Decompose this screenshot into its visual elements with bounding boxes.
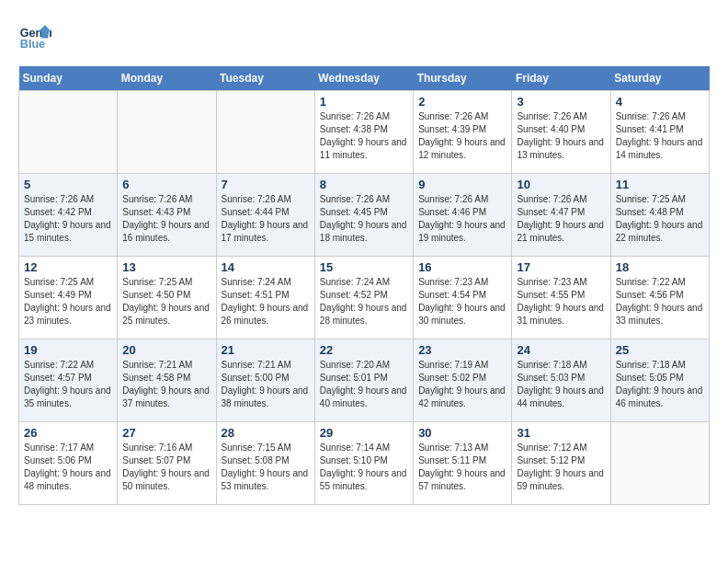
calendar-cell: 2Sunrise: 7:26 AM Sunset: 4:39 PM Daylig… (414, 91, 512, 174)
day-info: Sunrise: 7:25 AM Sunset: 4:48 PM Dayligh… (616, 193, 704, 245)
day-info: Sunrise: 7:25 AM Sunset: 4:50 PM Dayligh… (122, 276, 210, 327)
day-info: Sunrise: 7:26 AM Sunset: 4:46 PM Dayligh… (418, 193, 506, 245)
day-number: 21 (222, 343, 310, 357)
day-number: 29 (320, 426, 408, 440)
day-number: 31 (517, 426, 605, 440)
day-info: Sunrise: 7:26 AM Sunset: 4:39 PM Dayligh… (418, 110, 506, 162)
calendar-cell: 16Sunrise: 7:23 AM Sunset: 4:54 PM Dayli… (414, 257, 512, 339)
page-header: General Blue (18, 18, 710, 52)
day-number: 28 (222, 426, 310, 440)
calendar-week-2: 5Sunrise: 7:26 AM Sunset: 4:42 PM Daylig… (19, 174, 710, 257)
calendar-cell: 3Sunrise: 7:26 AM Sunset: 4:40 PM Daylig… (512, 91, 610, 174)
day-number: 30 (418, 426, 506, 440)
weekday-header-wednesday: Wednesday (314, 66, 413, 91)
day-info: Sunrise: 7:26 AM Sunset: 4:38 PM Dayligh… (320, 110, 408, 162)
day-info: Sunrise: 7:26 AM Sunset: 4:41 PM Dayligh… (616, 110, 704, 162)
day-number: 17 (517, 260, 605, 274)
calendar-cell: 24Sunrise: 7:18 AM Sunset: 5:03 PM Dayli… (512, 339, 610, 422)
day-info: Sunrise: 7:14 AM Sunset: 5:10 PM Dayligh… (320, 442, 408, 493)
day-number: 5 (24, 178, 112, 191)
calendar-cell: 8Sunrise: 7:26 AM Sunset: 4:45 PM Daylig… (314, 174, 413, 257)
day-info: Sunrise: 7:26 AM Sunset: 4:40 PM Dayligh… (517, 110, 605, 162)
day-info: Sunrise: 7:23 AM Sunset: 4:55 PM Dayligh… (517, 276, 605, 327)
day-info: Sunrise: 7:18 AM Sunset: 5:03 PM Dayligh… (517, 359, 605, 410)
day-number: 27 (122, 426, 210, 440)
day-number: 18 (616, 260, 704, 274)
day-info: Sunrise: 7:15 AM Sunset: 5:08 PM Dayligh… (222, 442, 310, 493)
day-number: 6 (122, 178, 210, 191)
day-number: 15 (320, 260, 408, 274)
calendar-week-1: 1Sunrise: 7:26 AM Sunset: 4:38 PM Daylig… (19, 91, 710, 174)
day-number: 26 (24, 426, 112, 440)
calendar-cell: 19Sunrise: 7:22 AM Sunset: 4:57 PM Dayli… (19, 339, 118, 422)
calendar-week-3: 12Sunrise: 7:25 AM Sunset: 4:49 PM Dayli… (19, 257, 710, 339)
calendar-cell: 7Sunrise: 7:26 AM Sunset: 4:44 PM Daylig… (216, 174, 314, 257)
day-number: 12 (24, 260, 112, 274)
calendar-cell: 31Sunrise: 7:12 AM Sunset: 5:12 PM Dayli… (512, 422, 610, 505)
logo: General Blue (18, 18, 55, 52)
day-number: 10 (517, 178, 605, 191)
day-number: 3 (517, 95, 605, 109)
calendar-cell (118, 91, 216, 174)
calendar-cell: 10Sunrise: 7:26 AM Sunset: 4:47 PM Dayli… (512, 174, 610, 257)
day-info: Sunrise: 7:26 AM Sunset: 4:45 PM Dayligh… (320, 193, 408, 245)
day-number: 16 (418, 260, 506, 274)
day-info: Sunrise: 7:22 AM Sunset: 4:56 PM Dayligh… (616, 276, 704, 327)
calendar-cell: 20Sunrise: 7:21 AM Sunset: 4:58 PM Dayli… (118, 339, 216, 422)
calendar-cell: 6Sunrise: 7:26 AM Sunset: 4:43 PM Daylig… (118, 174, 216, 257)
day-info: Sunrise: 7:26 AM Sunset: 4:43 PM Dayligh… (122, 193, 210, 245)
day-number: 11 (616, 178, 704, 191)
day-info: Sunrise: 7:23 AM Sunset: 4:54 PM Dayligh… (418, 276, 506, 327)
logo-icon: General Blue (18, 18, 51, 52)
calendar-cell (216, 91, 314, 174)
calendar-cell: 28Sunrise: 7:15 AM Sunset: 5:08 PM Dayli… (216, 422, 314, 505)
calendar-header: SundayMondayTuesdayWednesdayThursdayFrid… (19, 66, 710, 91)
day-number: 25 (616, 343, 704, 357)
weekday-header-thursday: Thursday (414, 66, 512, 91)
calendar-cell: 15Sunrise: 7:24 AM Sunset: 4:52 PM Dayli… (314, 257, 413, 339)
day-number: 7 (222, 178, 310, 191)
day-info: Sunrise: 7:24 AM Sunset: 4:52 PM Dayligh… (320, 276, 408, 327)
calendar-cell: 12Sunrise: 7:25 AM Sunset: 4:49 PM Dayli… (19, 257, 118, 339)
calendar-cell (610, 422, 709, 505)
day-info: Sunrise: 7:25 AM Sunset: 4:49 PM Dayligh… (24, 276, 112, 327)
day-number: 24 (517, 343, 605, 357)
calendar-table: SundayMondayTuesdayWednesdayThursdayFrid… (18, 66, 710, 505)
day-info: Sunrise: 7:12 AM Sunset: 5:12 PM Dayligh… (517, 442, 605, 493)
day-number: 9 (418, 178, 506, 191)
day-info: Sunrise: 7:20 AM Sunset: 5:01 PM Dayligh… (320, 359, 408, 410)
calendar-cell: 13Sunrise: 7:25 AM Sunset: 4:50 PM Dayli… (118, 257, 216, 339)
calendar-cell: 22Sunrise: 7:20 AM Sunset: 5:01 PM Dayli… (314, 339, 413, 422)
calendar-cell: 1Sunrise: 7:26 AM Sunset: 4:38 PM Daylig… (314, 91, 413, 174)
calendar-week-5: 26Sunrise: 7:17 AM Sunset: 5:06 PM Dayli… (19, 422, 710, 505)
calendar-cell: 30Sunrise: 7:13 AM Sunset: 5:11 PM Dayli… (414, 422, 512, 505)
day-number: 13 (122, 260, 210, 274)
day-info: Sunrise: 7:21 AM Sunset: 5:00 PM Dayligh… (222, 359, 310, 410)
calendar-cell: 18Sunrise: 7:22 AM Sunset: 4:56 PM Dayli… (610, 257, 709, 339)
day-info: Sunrise: 7:17 AM Sunset: 5:06 PM Dayligh… (24, 442, 112, 493)
weekday-header-sunday: Sunday (19, 66, 118, 91)
day-info: Sunrise: 7:13 AM Sunset: 5:11 PM Dayligh… (418, 442, 506, 493)
weekday-header-saturday: Saturday (610, 66, 709, 91)
day-number: 2 (418, 95, 506, 109)
day-number: 4 (616, 95, 704, 109)
day-number: 23 (418, 343, 506, 357)
calendar-week-4: 19Sunrise: 7:22 AM Sunset: 4:57 PM Dayli… (19, 339, 710, 422)
day-number: 22 (320, 343, 408, 357)
day-info: Sunrise: 7:18 AM Sunset: 5:05 PM Dayligh… (616, 359, 704, 410)
day-info: Sunrise: 7:19 AM Sunset: 5:02 PM Dayligh… (418, 359, 506, 410)
calendar-cell: 26Sunrise: 7:17 AM Sunset: 5:06 PM Dayli… (19, 422, 118, 505)
weekday-header-friday: Friday (512, 66, 610, 91)
calendar-cell: 17Sunrise: 7:23 AM Sunset: 4:55 PM Dayli… (512, 257, 610, 339)
day-info: Sunrise: 7:26 AM Sunset: 4:44 PM Dayligh… (222, 193, 310, 245)
calendar-cell (19, 91, 118, 174)
calendar-cell: 21Sunrise: 7:21 AM Sunset: 5:00 PM Dayli… (216, 339, 314, 422)
calendar-cell: 27Sunrise: 7:16 AM Sunset: 5:07 PM Dayli… (118, 422, 216, 505)
weekday-header-tuesday: Tuesday (216, 66, 314, 91)
day-info: Sunrise: 7:26 AM Sunset: 4:47 PM Dayligh… (517, 193, 605, 245)
day-info: Sunrise: 7:22 AM Sunset: 4:57 PM Dayligh… (24, 359, 112, 410)
day-number: 1 (320, 95, 408, 109)
day-info: Sunrise: 7:21 AM Sunset: 4:58 PM Dayligh… (122, 359, 210, 410)
calendar-cell: 23Sunrise: 7:19 AM Sunset: 5:02 PM Dayli… (414, 339, 512, 422)
calendar-cell: 4Sunrise: 7:26 AM Sunset: 4:41 PM Daylig… (610, 91, 709, 174)
